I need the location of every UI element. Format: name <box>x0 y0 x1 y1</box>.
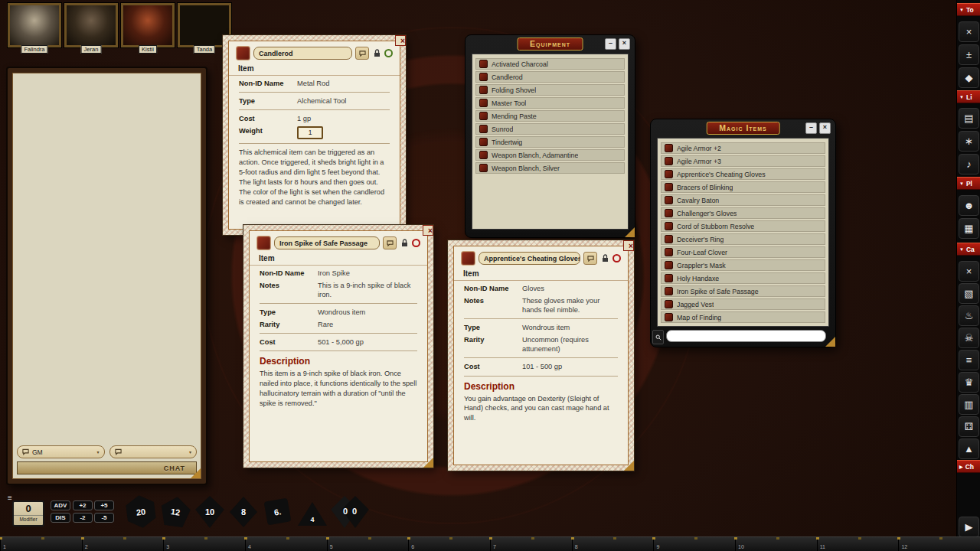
close-icon[interactable]: × <box>819 122 831 134</box>
list-item[interactable]: Folding Shovel <box>475 84 625 96</box>
tab-item[interactable]: Item <box>250 253 427 266</box>
weight-input[interactable]: 1 <box>297 126 323 139</box>
field-value[interactable]: Rare <box>318 320 417 329</box>
list-item[interactable]: Cord of Stubborn Resolve <box>661 220 825 232</box>
item-name-input[interactable]: Candlerod <box>253 47 352 60</box>
list-item[interactable]: Agile Armor +2 <box>661 142 825 154</box>
list-item[interactable]: Deceiver's Ring <box>661 233 825 245</box>
search-input[interactable] <box>666 330 826 342</box>
list-item[interactable]: Map of Finding <box>661 311 825 323</box>
images-icon[interactable]: ▧ <box>959 283 979 304</box>
list-item[interactable]: Holy Handaxe <box>661 272 825 284</box>
character-portrait[interactable]: Jeran <box>64 3 118 54</box>
d12-die[interactable]: 12 <box>158 494 192 529</box>
d8-die[interactable]: 8 <box>230 497 257 527</box>
d100-dice[interactable]: 00 <box>330 496 370 528</box>
party-sheet-icon[interactable]: ▦ <box>959 218 979 239</box>
field-value[interactable]: Uncommon (requires attunement) <box>522 335 618 354</box>
dice-icon[interactable]: × <box>959 21 979 42</box>
tab-item[interactable]: Item <box>229 63 400 76</box>
modifier-stack-icon[interactable]: ≡ <box>8 494 12 502</box>
sidebar-section-chat[interactable]: ▶Ch <box>957 460 980 473</box>
list-item[interactable]: Jagged Vest <box>661 298 825 310</box>
search-icon[interactable] <box>652 330 664 344</box>
plus2-button[interactable]: +2 <box>73 500 93 510</box>
npcs-icon[interactable]: ☠ <box>959 328 979 348</box>
modifiers-icon[interactable]: ± <box>959 44 979 65</box>
sound-icon[interactable]: ♪ <box>959 154 979 174</box>
window-title[interactable]: Magic Items <box>706 122 780 135</box>
items-icon[interactable]: ♨ <box>959 305 979 326</box>
close-icon[interactable]: × <box>619 38 630 50</box>
effects-icon[interactable]: ◆ <box>959 67 979 88</box>
resize-handle[interactable] <box>625 227 635 237</box>
resize-handle[interactable] <box>825 337 835 347</box>
minus5-button[interactable]: -5 <box>94 513 114 523</box>
resize-handle[interactable] <box>191 468 201 478</box>
hotbar-slot[interactable]: 8 <box>572 537 654 551</box>
story-icon[interactable]: ▥ <box>959 394 979 415</box>
hotbar-slot[interactable]: 7 <box>490 537 572 551</box>
field-value[interactable]: Iron Spike <box>318 269 417 278</box>
hotbar-slot[interactable]: 11 <box>817 537 899 551</box>
list-item[interactable]: Challenger's Gloves <box>661 207 825 219</box>
characters-icon[interactable]: ☻ <box>959 195 979 216</box>
field-value[interactable]: Alchemical Tool <box>297 96 390 106</box>
list-item[interactable]: Tindertwig <box>475 136 625 148</box>
hotbar-slot[interactable]: 3 <box>163 537 245 551</box>
list-item[interactable]: Iron Spike of Safe Passage <box>661 285 825 297</box>
plus5-button[interactable]: +5 <box>94 500 114 510</box>
sidebar-section-campaign[interactable]: ▼Ca <box>957 243 980 256</box>
list-item[interactable]: Sunrod <box>475 123 625 135</box>
d4-die[interactable]: 4 <box>298 502 327 526</box>
hotbar-slot[interactable]: 9 <box>653 537 735 551</box>
item-name-input[interactable]: Apprentice's Cheating Gloves <box>479 252 580 265</box>
minimize-icon[interactable]: – <box>805 122 817 134</box>
mood-select[interactable]: ▾ <box>109 445 198 458</box>
list-item[interactable]: Bracers of Blinking <box>661 181 825 193</box>
d10-die[interactable]: 10 <box>194 496 225 528</box>
close-icon[interactable]: × <box>395 35 406 46</box>
lock-icon[interactable] <box>372 48 381 59</box>
combat-tracker-icon[interactable]: × <box>959 261 979 282</box>
parcels-icon[interactable]: ≡ <box>959 350 979 370</box>
item-icon[interactable] <box>461 251 475 266</box>
identified-toggle-icon[interactable] <box>384 49 393 57</box>
quests-icon[interactable]: ♛ <box>959 372 979 393</box>
list-item[interactable]: Weapon Blanch, Adamantine <box>475 149 625 161</box>
options-icon[interactable]: ∗ <box>959 131 979 152</box>
chat-entry-bar[interactable]: CHAT <box>17 461 197 474</box>
chat-log[interactable]: GM ▾ ▾ CHAT <box>12 73 201 479</box>
hotbar-slot[interactable]: 2 <box>82 537 164 551</box>
close-icon[interactable]: × <box>623 240 634 251</box>
hotbar-slot[interactable]: 4 <box>245 537 327 551</box>
disadvantage-button[interactable]: DIS <box>51 513 70 523</box>
item-name-input[interactable]: Iron Spike of Safe Passage <box>274 236 380 249</box>
list-item[interactable]: Activated Charcoal <box>475 58 625 70</box>
sidebar-section-library[interactable]: ▼Li <box>957 90 980 103</box>
field-value[interactable]: This is a 9-inch spike of black iron. <box>318 281 417 299</box>
field-value[interactable]: Wondrous item <box>318 308 417 317</box>
window-title[interactable]: Equipment <box>517 37 583 51</box>
sidebar-section-tools[interactable]: ▼To <box>957 3 980 16</box>
lock-icon[interactable] <box>600 253 609 264</box>
hotbar-slot[interactable]: 1 <box>0 537 82 551</box>
hotbar-slot[interactable]: 12 <box>898 537 980 551</box>
speaker-select[interactable]: GM ▾ <box>17 445 105 458</box>
list-item[interactable]: Mending Paste <box>475 110 625 122</box>
sidebar-section-player[interactable]: ▼Pl <box>957 177 980 190</box>
resize-handle[interactable] <box>423 458 433 468</box>
play-button[interactable]: ▶ <box>959 517 979 537</box>
item-icon[interactable] <box>256 236 271 250</box>
resize-handle[interactable] <box>624 461 634 471</box>
tables-icon[interactable]: ⚃ <box>959 416 979 437</box>
modifier-box[interactable]: 0 Modifier <box>12 500 44 527</box>
list-item[interactable]: Cavalry Baton <box>661 194 825 206</box>
hotbar-slot[interactable]: 6 <box>408 537 490 551</box>
list-item[interactable]: Master Tool <box>475 97 625 109</box>
identified-toggle-icon[interactable] <box>412 239 420 247</box>
character-portrait[interactable]: Kistii <box>121 3 175 54</box>
field-value[interactable]: Metal Rod <box>297 79 390 88</box>
d20-die[interactable]: 20 <box>123 494 159 530</box>
list-item[interactable]: Candlerod <box>475 71 625 83</box>
